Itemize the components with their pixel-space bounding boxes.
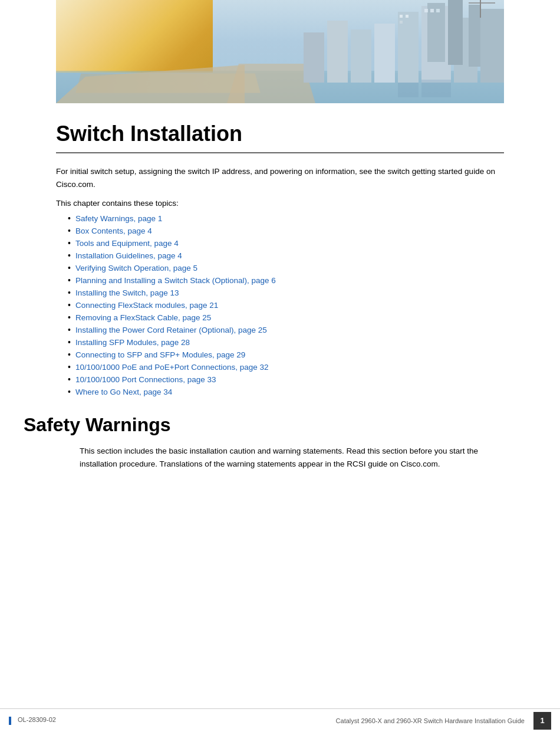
list-item: Installing the Switch, page 13 bbox=[68, 288, 504, 297]
svg-rect-13 bbox=[469, 5, 480, 67]
footer: OL-28309-02 Catalyst 2960-X and 2960-XR … bbox=[0, 708, 560, 732]
list-item: Connecting to SFP and SFP+ Modules, page… bbox=[68, 350, 504, 359]
footer-guide-title: Catalyst 2960-X and 2960-XR Switch Hardw… bbox=[181, 717, 533, 724]
toc-link[interactable]: Installing SFP Modules, page 28 bbox=[75, 338, 190, 347]
list-item: Connecting FlexStack modules, page 21 bbox=[68, 300, 504, 310]
list-item: 10/100/1000 Port Connections, page 33 bbox=[68, 375, 504, 384]
title-divider bbox=[56, 152, 504, 153]
toc-link[interactable]: 10/100/1000 PoE and PoE+Port Connections… bbox=[75, 363, 269, 372]
list-item: 10/100/1000 PoE and PoE+Port Connections… bbox=[68, 362, 504, 372]
svg-rect-12 bbox=[448, 0, 463, 65]
svg-marker-2 bbox=[227, 64, 315, 103]
topics-label: This chapter contains these topics: bbox=[56, 199, 504, 208]
footer-left: OL-28309-02 bbox=[9, 716, 181, 724]
header-image bbox=[56, 0, 504, 103]
toc-link[interactable]: Tools and Equipment, page 4 bbox=[75, 239, 179, 248]
list-item: Box Contents, page 4 bbox=[68, 226, 504, 235]
list-item: Installing the Power Cord Retainer (Opti… bbox=[68, 325, 504, 334]
toc-link[interactable]: Box Contents, page 4 bbox=[75, 227, 152, 235]
svg-rect-9 bbox=[327, 21, 348, 83]
toc-link[interactable]: Removing a FlexStack Cable, page 25 bbox=[75, 313, 211, 322]
list-item: Installation Guidelines, page 4 bbox=[68, 251, 504, 260]
intro-paragraph: For initial switch setup, assigning the … bbox=[56, 165, 504, 191]
main-content: Switch Installation For initial switch s… bbox=[56, 121, 504, 396]
toc-list: Safety Warnings, page 1Box Contents, pag… bbox=[68, 214, 504, 396]
list-item: Planning and Installing a Switch Stack (… bbox=[68, 275, 504, 285]
toc-link[interactable]: 10/100/1000 Port Connections, page 33 bbox=[75, 375, 216, 384]
chapter-title: Switch Installation bbox=[56, 121, 504, 146]
toc-link[interactable]: Installing the Switch, page 13 bbox=[75, 288, 179, 297]
svg-rect-19 bbox=[424, 9, 428, 12]
toc-link[interactable]: Where to Go Next, page 34 bbox=[75, 388, 172, 396]
list-item: Verifying Switch Operation, page 5 bbox=[68, 263, 504, 273]
toc-link[interactable]: Verifying Switch Operation, page 5 bbox=[75, 264, 197, 273]
svg-marker-1 bbox=[56, 65, 245, 103]
svg-rect-18 bbox=[400, 21, 403, 24]
safety-warnings-content: This section includes the basic installa… bbox=[80, 445, 513, 470]
svg-rect-16 bbox=[400, 15, 403, 18]
safety-warnings-text: This section includes the basic installa… bbox=[80, 445, 513, 470]
toc-link[interactable]: Safety Warnings, page 1 bbox=[75, 214, 162, 223]
list-item: Removing a FlexStack Cable, page 25 bbox=[68, 313, 504, 322]
list-item: Installing SFP Modules, page 28 bbox=[68, 337, 504, 347]
list-item: Tools and Equipment, page 4 bbox=[68, 238, 504, 248]
svg-rect-22 bbox=[398, 83, 419, 97]
svg-rect-8 bbox=[351, 29, 371, 83]
svg-rect-7 bbox=[374, 24, 395, 83]
toc-link[interactable]: Installation Guidelines, page 4 bbox=[75, 251, 182, 260]
safety-warnings-section: Safety Warnings This section includes th… bbox=[24, 414, 536, 470]
safety-warnings-title: Safety Warnings bbox=[24, 414, 536, 436]
svg-rect-6 bbox=[480, 9, 504, 83]
toc-link[interactable]: Installing the Power Cord Retainer (Opti… bbox=[75, 326, 267, 334]
toc-link[interactable]: Planning and Installing a Switch Stack (… bbox=[75, 276, 276, 285]
list-item: Where to Go Next, page 34 bbox=[68, 387, 504, 396]
svg-rect-20 bbox=[430, 9, 434, 12]
toc-link[interactable]: Connecting to SFP and SFP+ Modules, page… bbox=[75, 350, 245, 359]
list-item: Safety Warnings, page 1 bbox=[68, 214, 504, 223]
page-container: Switch Installation For initial switch s… bbox=[0, 0, 560, 732]
svg-rect-10 bbox=[304, 32, 324, 83]
svg-rect-21 bbox=[436, 9, 440, 12]
footer-page-number: 1 bbox=[533, 712, 551, 730]
footer-bar-icon bbox=[9, 717, 11, 725]
toc-link[interactable]: Connecting FlexStack modules, page 21 bbox=[75, 301, 218, 310]
svg-rect-17 bbox=[406, 15, 409, 18]
footer-doc-number: OL-28309-02 bbox=[18, 716, 56, 723]
svg-rect-23 bbox=[421, 80, 451, 97]
